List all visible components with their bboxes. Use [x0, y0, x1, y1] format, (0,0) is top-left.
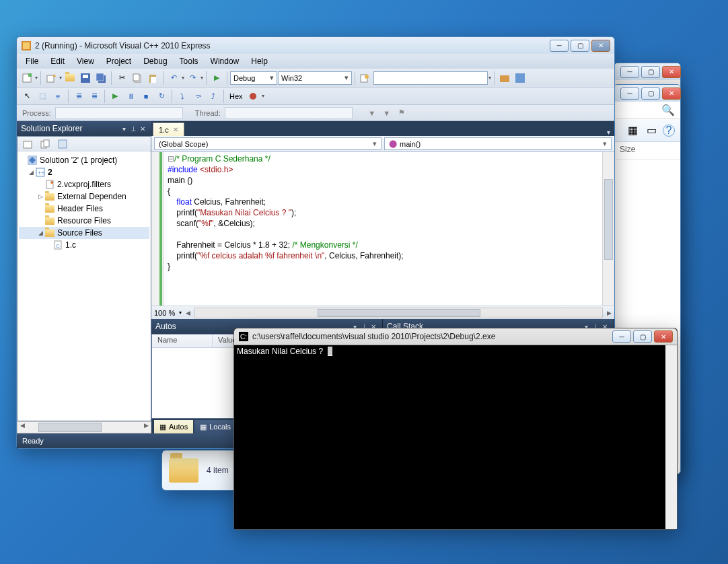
pin-icon[interactable]: ⊥	[129, 125, 138, 133]
dropdown-icon[interactable]: ▾	[182, 75, 184, 81]
solution-explorer-header[interactable]: Solution Explorer ▾ ⊥ ✕	[17, 121, 151, 136]
save-all-button[interactable]	[94, 71, 108, 85]
close-button[interactable]: ✕	[662, 87, 681, 100]
search-icon[interactable]: 🔍	[661, 104, 675, 116]
pointer-button[interactable]: ↖	[20, 89, 34, 104]
refresh-button[interactable]	[55, 137, 70, 151]
step-into-button[interactable]: ⤵	[175, 89, 190, 104]
code-text[interactable]: ⊟/* Program C Sederhana */ #include <std…	[163, 152, 602, 306]
menu-view[interactable]: View	[71, 55, 100, 67]
close-button[interactable]: ✕	[654, 330, 673, 343]
close-icon[interactable]: ✕	[138, 125, 147, 133]
open-button[interactable]	[63, 71, 77, 85]
dropdown-icon[interactable]: ▾	[603, 129, 614, 136]
find-in-files-button[interactable]	[358, 71, 373, 85]
outdent-button[interactable]: ≣	[87, 89, 102, 104]
cut-button[interactable]: ✂	[114, 71, 129, 85]
vertical-scrollbar[interactable]	[665, 345, 677, 529]
tree-item[interactable]: Resource Files	[19, 215, 149, 227]
tree-item[interactable]: ▷External Dependen	[19, 190, 149, 203]
breakpoint-button[interactable]	[246, 89, 261, 104]
menu-window[interactable]: Window	[205, 55, 246, 67]
stop-button[interactable]: ■	[139, 89, 153, 104]
indent-button[interactable]: ≣	[71, 89, 86, 104]
editor-tab-1c[interactable]: 1.c ✕	[153, 122, 184, 136]
menu-file[interactable]: File	[20, 55, 44, 67]
maximize-button[interactable]: ▢	[571, 40, 589, 52]
function-select[interactable]: ⬤main()▾	[384, 137, 612, 150]
maximize-button[interactable]: ▢	[641, 66, 660, 78]
tree-item[interactable]: 2.vcxproj.filters	[19, 178, 149, 190]
config-select[interactable]: Debug▾	[230, 71, 277, 85]
add-item-button[interactable]: ✶	[44, 71, 59, 85]
code-editor[interactable]: ⊟/* Program C Sederhana */ #include <std…	[151, 152, 614, 306]
console-titlebar[interactable]: C: c:\users\raffel\documents\visual stud…	[234, 328, 677, 345]
bg1-titlebar[interactable]: ─ ▢ ✕	[614, 63, 680, 80]
menu-help[interactable]: Help	[245, 55, 274, 67]
menu-edit[interactable]: Edit	[44, 55, 71, 67]
minimize-button[interactable]: ─	[550, 40, 569, 52]
show-all-button[interactable]	[38, 137, 52, 151]
comment-button[interactable]: ≡	[50, 89, 65, 104]
maximize-button[interactable]: ▢	[641, 87, 660, 100]
collapse-icon[interactable]: ◢	[27, 169, 35, 176]
minimize-button[interactable]: ─	[612, 330, 631, 343]
save-button[interactable]	[78, 71, 93, 85]
close-button[interactable]: ✕	[662, 66, 681, 78]
tree-item[interactable]: Header Files	[19, 203, 149, 215]
project-node[interactable]: ◢ ++ 2	[19, 166, 149, 178]
view-icon[interactable]: ▦	[625, 123, 640, 138]
step-over-button[interactable]: ⤼	[190, 89, 205, 104]
bg2-titlebar[interactable]: ─ ▢ ✕	[614, 85, 680, 102]
select-button[interactable]: ⬚	[35, 89, 50, 104]
minimize-button[interactable]: ─	[620, 66, 639, 78]
column-header-size[interactable]: Size	[614, 142, 680, 160]
start-debug-button[interactable]: ▶	[209, 71, 224, 85]
tab-locals[interactable]: ▦Locals	[194, 420, 236, 433]
process-select[interactable]	[55, 107, 183, 119]
pause-button[interactable]: ⏸	[123, 89, 138, 104]
scope-select[interactable]: (Global Scope)▾	[154, 137, 381, 150]
redo-button[interactable]: ↷	[185, 71, 200, 85]
find-input[interactable]	[373, 71, 488, 85]
menu-tools[interactable]: Tools	[174, 55, 205, 67]
zoom-level[interactable]: 100 %	[154, 309, 175, 317]
dropdown-icon[interactable]: ▾	[179, 310, 182, 316]
maximize-button[interactable]: ▢	[633, 330, 652, 343]
stack-frame-icon[interactable]: ⚑	[394, 106, 409, 120]
expand-icon[interactable]: ▷	[36, 193, 44, 200]
solution-node[interactable]: Solution '2' (1 project)	[19, 154, 149, 166]
menu-debug[interactable]: Debug	[137, 55, 173, 67]
close-button[interactable]: ✕	[591, 40, 610, 52]
thread-filter-icon[interactable]: ▼	[365, 106, 379, 120]
horizontal-scrollbar[interactable]: ◀ ▶	[17, 421, 151, 433]
dropdown-icon[interactable]: ▾	[59, 75, 62, 81]
start-page-button[interactable]	[513, 71, 527, 85]
tree-item-source-files[interactable]: ◢Source Files	[19, 227, 149, 239]
properties-button[interactable]	[20, 137, 35, 151]
tab-autos[interactable]: ▦Autos	[154, 420, 193, 433]
dropdown-icon[interactable]: ▾	[201, 75, 203, 81]
toolbox-button[interactable]	[497, 71, 512, 85]
dropdown-icon[interactable]: ▾	[35, 75, 38, 81]
thread-select[interactable]	[225, 107, 353, 119]
tree-item-source-file[interactable]: C1.c	[19, 239, 149, 251]
continue-button[interactable]: ▶	[108, 89, 122, 104]
dropdown-icon[interactable]: ▾	[488, 75, 491, 81]
restart-button[interactable]: ↻	[154, 89, 169, 104]
thread-flag-icon[interactable]: ▼	[379, 106, 394, 120]
help-icon[interactable]: ?	[663, 125, 675, 137]
preview-icon[interactable]: ▭	[644, 123, 659, 138]
minimize-button[interactable]: ─	[620, 87, 639, 100]
close-icon[interactable]: ✕	[173, 126, 178, 133]
ide-titlebar[interactable]: 2 (Running) - Microsoft Visual C++ 2010 …	[17, 37, 614, 54]
undo-button[interactable]: ↶	[166, 71, 181, 85]
paste-button[interactable]	[145, 71, 160, 85]
step-out-button[interactable]: ⤴	[206, 89, 221, 104]
dropdown-icon[interactable]: ▾	[262, 93, 264, 99]
copy-button[interactable]	[130, 71, 145, 85]
dropdown-icon[interactable]: ▾	[119, 125, 129, 133]
col-name[interactable]: Name	[152, 334, 213, 347]
collapse-icon[interactable]: ◢	[36, 230, 44, 236]
new-project-button[interactable]	[20, 71, 34, 85]
